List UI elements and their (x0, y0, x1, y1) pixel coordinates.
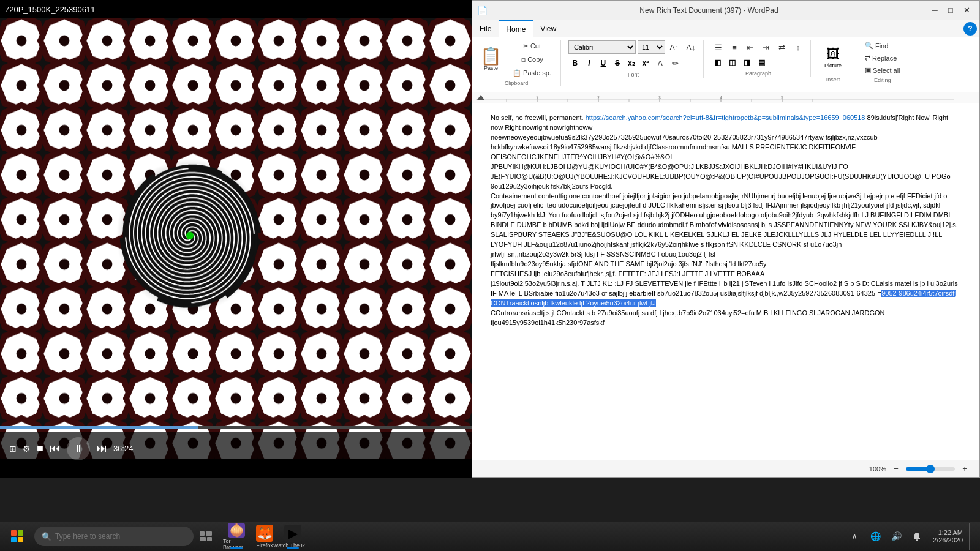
font-label: Font (568, 72, 698, 78)
fast-forward-button[interactable]: ⏭ (96, 442, 107, 455)
search-bar[interactable]: 🔍 (34, 527, 194, 546)
progress-bar-container[interactable] (0, 426, 472, 429)
show-desktop-button[interactable] (969, 523, 973, 550)
font-color-btn[interactable]: A (653, 56, 668, 70)
decrease-indent-btn[interactable]: ⇤ (743, 40, 758, 54)
superscript-button[interactable]: x² (639, 56, 652, 70)
taskbar-tor-browser[interactable]: 🧅 Tor Browser (223, 523, 250, 550)
chevron-up-icon[interactable]: ∧ (845, 527, 864, 546)
insert-picture-btn[interactable]: 🖼 Picture (818, 40, 848, 75)
increase-indent-btn[interactable]: ⇥ (759, 40, 774, 54)
settings-button[interactable]: ⚙ (23, 444, 31, 454)
paste-button[interactable]: 📋 Paste (477, 46, 505, 73)
close-button[interactable]: ✕ (959, 4, 974, 17)
video-canvas (0, 18, 472, 459)
zoom-out-btn[interactable]: − (889, 462, 903, 476)
align-left-btn[interactable]: ◧ (711, 56, 725, 69)
bold-button[interactable]: B (568, 56, 582, 70)
increase-font-btn[interactable]: A↑ (667, 40, 682, 54)
system-tray: ∧ 🌐 🔊 (845, 527, 927, 546)
numbering-btn[interactable]: ≡ (727, 40, 742, 54)
clock-date: 2/26/2020 (933, 536, 963, 544)
font-family-select[interactable]: Calibri Arial Times New Roman (568, 40, 636, 54)
strikethrough-button[interactable]: S (611, 56, 624, 70)
svg-text:4: 4 (720, 96, 722, 100)
clock-time: 1:22 AM (938, 529, 963, 536)
underline-button[interactable]: U (597, 56, 610, 70)
subscript-button[interactable]: x₂ (625, 56, 638, 70)
svg-text:2: 2 (597, 96, 600, 100)
maximize-button[interactable]: □ (943, 4, 959, 17)
menu-file[interactable]: File (472, 20, 499, 37)
taskbar-apps: 🧅 Tor Browser 🦊 Firefox ▶ Watch The Red … (223, 523, 306, 550)
network-icon[interactable]: 🌐 (865, 527, 885, 546)
zoom-in-btn[interactable]: + (957, 462, 972, 476)
clipboard-group: 📋 Paste ✂ Cut ⧉ Copy 📋 Paste sp. Clipboa… (477, 40, 561, 86)
volume-icon[interactable]: 🔊 (886, 527, 906, 546)
video-title: 720P_1500K_225390611 (5, 5, 95, 14)
ribbon: 📋 Paste ✂ Cut ⧉ Copy 📋 Paste sp. Clipboa… (472, 37, 979, 92)
align-right-btn[interactable]: ◨ (741, 56, 754, 69)
spacing-btn[interactable]: ↕ (791, 40, 805, 54)
clock[interactable]: 1:22 AM 2/26/2020 (929, 529, 967, 544)
taskbar: 🔍 🧅 Tor Browser 🦊 Firefox ▶ Watch The Re… (0, 522, 980, 551)
wordpad-titlebar: 📄 New Rich Text Document (397) - WordPad… (472, 1, 979, 20)
start-button[interactable] (2, 522, 32, 551)
editing-group: 🔍 Find ⇄ Replace ▣ Select all Editing (861, 40, 910, 83)
svg-rect-18 (200, 531, 205, 536)
paragraph-group: ☰ ≡ ⇤ ⇥ ⇄ ↕ ◧ ◫ ◨ ▤ Paragraph (711, 40, 811, 77)
editing-label: Editing (861, 77, 905, 83)
document-content[interactable]: No self, no freewill, permanent. https:/… (472, 103, 979, 460)
italic-button[interactable]: I (582, 56, 596, 70)
help-icon[interactable]: ? (963, 22, 977, 36)
menu-view[interactable]: View (533, 20, 564, 37)
align-center-btn[interactable]: ◫ (726, 56, 739, 69)
wordpad-window: 📄 New Rich Text Document (397) - WordPad… (472, 0, 980, 478)
video-player: 720P_1500K_225390611 ⊞ ⚙ ■ ⏮ ⏸ ⏭ 36:24 (0, 0, 472, 478)
rewind-button[interactable]: ⏮ (50, 442, 61, 455)
svg-rect-20 (200, 537, 206, 541)
yahoo-link[interactable]: https://search.yahoo.com/search?ei=utf-8… (586, 114, 865, 121)
zoom-label: 100% (869, 465, 886, 473)
time-display: 36:24 (113, 444, 134, 453)
search-input[interactable] (55, 532, 178, 541)
cc-button[interactable]: ⊞ (9, 444, 17, 454)
font-group: Calibri Arial Times New Roman 11 8 10 12… (568, 40, 704, 78)
menubar: File Home View ? (472, 20, 979, 37)
cut-button[interactable]: ✂ Cut (508, 40, 556, 52)
svg-text:3: 3 (658, 96, 661, 100)
wordpad-title: New Rich Text Document (397) - WordPad (491, 6, 927, 15)
zoom-control: 100% − + (869, 462, 972, 476)
insert-group: 🖼 Picture Insert (818, 40, 853, 83)
svg-rect-21 (207, 537, 212, 541)
statusbar: 100% − + (472, 460, 979, 477)
ltr-btn[interactable]: ⇄ (775, 40, 790, 54)
taskbar-right: ∧ 🌐 🔊 1:22 AM 2/26/2020 (845, 523, 978, 550)
insert-label: Insert (818, 77, 848, 83)
svg-marker-17 (477, 95, 484, 100)
task-view-button[interactable] (194, 523, 218, 550)
minimize-button[interactable]: ─ (927, 4, 943, 17)
paste-special-button[interactable]: 📋 Paste sp. (508, 67, 556, 79)
stop-button[interactable]: ■ (37, 442, 43, 455)
taskbar-red-pill[interactable]: ▶ Watch The Red Pill 20... (279, 523, 306, 550)
find-button[interactable]: 🔍 Find (861, 40, 905, 51)
svg-rect-19 (206, 531, 212, 536)
svg-text:1: 1 (536, 96, 538, 100)
highlight-color-btn[interactable]: ✏ (668, 56, 683, 70)
ruler: 1 2 3 4 5 (472, 92, 979, 103)
highlighted-text: 9052-986u24i4r5t7oirsdf[ CONTraaicktiosn… (491, 290, 956, 307)
paragraph-label: Paragraph (711, 70, 805, 77)
progress-bar-fill (0, 426, 198, 429)
notification-icon[interactable] (907, 527, 927, 546)
clipboard-label: Clipboard (477, 80, 556, 86)
copy-button[interactable]: ⧉ Copy (508, 53, 556, 66)
font-size-select[interactable]: 11 8 10 12 14 (638, 40, 665, 54)
select-all-button[interactable]: ▣ Select all (861, 64, 905, 76)
replace-button[interactable]: ⇄ Replace (861, 52, 905, 64)
justify-btn[interactable]: ▤ (755, 56, 769, 69)
menu-home[interactable]: Home (499, 20, 533, 37)
decrease-font-btn[interactable]: A↓ (684, 40, 698, 54)
play-pause-button[interactable]: ⏸ (67, 437, 90, 460)
bullets-btn[interactable]: ☰ (711, 40, 726, 54)
